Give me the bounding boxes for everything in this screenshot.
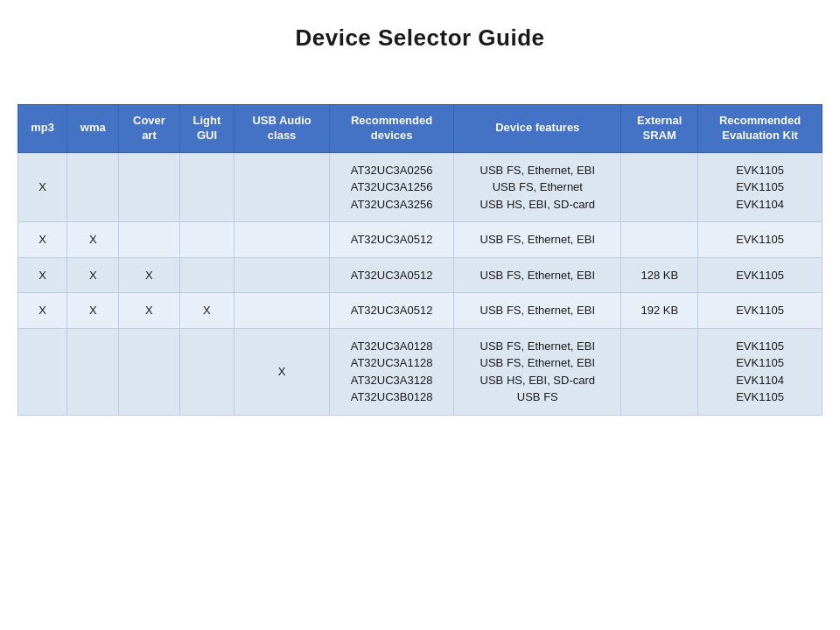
cell-rec_devices: AT32UC3A0512 <box>329 257 453 293</box>
cell-device_features: USB FS, Ethernet, EBI <box>454 293 621 329</box>
header-device-features: Device features <box>454 105 621 153</box>
cell-external_sram <box>621 222 698 258</box>
table-row: XXXAT32UC3A0512USB FS, Ethernet, EBI128 … <box>18 257 822 293</box>
table-body: XAT32UC3A0256AT32UC3A1256AT32UC3A3256USB… <box>18 152 822 415</box>
cell-light_gui: X <box>179 293 234 329</box>
cell-mp3: X <box>18 152 67 222</box>
cell-external_sram <box>621 328 698 415</box>
header-mp3: mp3 <box>18 105 67 153</box>
cell-mp3: X <box>18 257 67 293</box>
cell-light_gui <box>179 222 234 258</box>
cell-rec_devices: AT32UC3A0512 <box>329 222 453 258</box>
cell-usb_audio <box>234 222 330 258</box>
cell-eval_kit: EVK1105 <box>698 257 822 293</box>
header-recommended-devices: Recommendeddevices <box>329 105 453 153</box>
cell-eval_kit: EVK1105EVK1105EVK1104EVK1105 <box>698 328 822 415</box>
cell-wma <box>67 328 119 415</box>
cell-mp3 <box>18 328 67 415</box>
header-cover-art: Coverart <box>119 105 179 153</box>
cell-light_gui <box>179 257 234 293</box>
cell-external_sram: 192 KB <box>621 293 698 329</box>
cell-mp3: X <box>18 222 67 258</box>
cell-device_features: USB FS, Ethernet, EBIUSB FS, Ethernet, E… <box>454 328 621 415</box>
cell-eval_kit: EVK1105EVK1105EVK1104 <box>698 152 822 222</box>
cell-device_features: USB FS, Ethernet, EBIUSB FS, EthernetUSB… <box>454 152 621 222</box>
cell-usb_audio: X <box>234 328 330 415</box>
table-row: XAT32UC3A0128AT32UC3A1128AT32UC3A3128AT3… <box>18 328 822 415</box>
page-title: Device Selector Guide <box>295 24 544 52</box>
cell-light_gui <box>179 328 234 415</box>
cell-mp3: X <box>18 293 67 329</box>
cell-usb_audio <box>234 293 330 329</box>
header-usb-audio: USB Audioclass <box>234 105 330 153</box>
table-wrapper: mp3 wma Coverart LightGUI USB Audioclass… <box>18 104 822 416</box>
cell-external_sram <box>621 152 698 222</box>
cell-device_features: USB FS, Ethernet, EBI <box>454 222 621 258</box>
device-selector-table: mp3 wma Coverart LightGUI USB Audioclass… <box>18 104 822 416</box>
header-eval-kit: RecommendedEvaluation Kit <box>698 105 822 153</box>
cell-rec_devices: AT32UC3A0256AT32UC3A1256AT32UC3A3256 <box>329 152 453 222</box>
cell-device_features: USB FS, Ethernet, EBI <box>454 257 621 293</box>
cell-light_gui <box>179 152 234 222</box>
cell-cover_art: X <box>119 257 179 293</box>
cell-wma: X <box>67 222 119 258</box>
table-row: XXXXAT32UC3A0512USB FS, Ethernet, EBI192… <box>18 293 822 329</box>
table-row: XAT32UC3A0256AT32UC3A1256AT32UC3A3256USB… <box>18 152 822 222</box>
cell-wma <box>67 152 119 222</box>
cell-usb_audio <box>234 152 330 222</box>
header-external-sram: ExternalSRAM <box>621 105 698 153</box>
cell-cover_art: X <box>119 293 179 329</box>
cell-wma: X <box>67 293 119 329</box>
header-light-gui: LightGUI <box>179 105 234 153</box>
cell-eval_kit: EVK1105 <box>698 222 822 258</box>
table-row: XXAT32UC3A0512USB FS, Ethernet, EBIEVK11… <box>18 222 822 258</box>
cell-external_sram: 128 KB <box>621 257 698 293</box>
cell-cover_art <box>119 328 179 415</box>
cell-rec_devices: AT32UC3A0128AT32UC3A1128AT32UC3A3128AT32… <box>329 328 453 415</box>
header-wma: wma <box>67 105 119 153</box>
cell-rec_devices: AT32UC3A0512 <box>329 293 453 329</box>
cell-usb_audio <box>234 257 330 293</box>
cell-eval_kit: EVK1105 <box>698 293 822 329</box>
table-header-row: mp3 wma Coverart LightGUI USB Audioclass… <box>18 105 822 153</box>
cell-cover_art <box>119 222 179 258</box>
cell-cover_art <box>119 152 179 222</box>
cell-wma: X <box>67 257 119 293</box>
